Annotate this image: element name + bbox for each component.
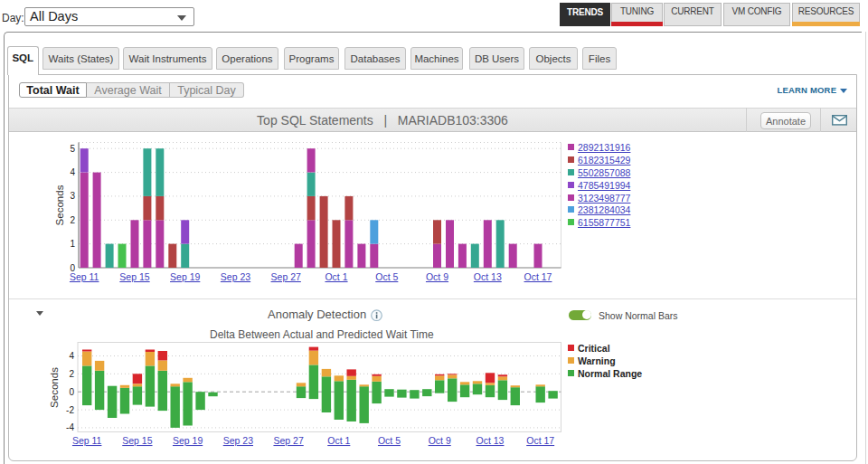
svg-text:Oct 1: Oct 1 xyxy=(327,435,350,446)
svg-text:Oct 5: Oct 5 xyxy=(378,435,401,446)
svg-text:Oct 5: Oct 5 xyxy=(375,271,398,282)
svg-text:Sep 19: Sep 19 xyxy=(170,271,200,282)
svg-text:5: 5 xyxy=(70,144,75,154)
svg-text:Oct 9: Oct 9 xyxy=(426,271,448,282)
svg-text:Oct 13: Oct 13 xyxy=(476,435,505,446)
svg-text:Oct 9: Oct 9 xyxy=(429,435,451,446)
svg-text:Sep 11: Sep 11 xyxy=(70,271,99,282)
svg-text:-4: -4 xyxy=(66,422,74,432)
svg-text:Sep 15: Sep 15 xyxy=(122,435,152,446)
svg-text:3: 3 xyxy=(70,191,75,201)
svg-text:Sep 15: Sep 15 xyxy=(119,271,149,282)
svg-text:2: 2 xyxy=(69,369,74,379)
svg-text:Oct 13: Oct 13 xyxy=(474,271,502,282)
svg-text:Seconds: Seconds xyxy=(54,185,65,225)
svg-text:Oct 1: Oct 1 xyxy=(325,271,347,282)
svg-text:4: 4 xyxy=(69,351,74,361)
svg-text:Seconds: Seconds xyxy=(49,367,60,408)
svg-text:Oct 17: Oct 17 xyxy=(526,435,554,446)
svg-text:Sep 27: Sep 27 xyxy=(271,271,301,282)
svg-text:Sep 27: Sep 27 xyxy=(273,435,303,446)
svg-text:Sep 11: Sep 11 xyxy=(72,435,102,446)
svg-text:2: 2 xyxy=(70,215,75,225)
svg-text:Sep 19: Sep 19 xyxy=(173,435,203,446)
svg-text:1: 1 xyxy=(70,239,75,249)
svg-text:Oct 17: Oct 17 xyxy=(524,271,552,282)
svg-text:0: 0 xyxy=(69,387,74,397)
svg-text:Sep 23: Sep 23 xyxy=(221,271,250,282)
svg-text:-2: -2 xyxy=(66,405,74,415)
svg-text:4: 4 xyxy=(70,167,75,177)
svg-text:Sep 23: Sep 23 xyxy=(223,435,253,446)
